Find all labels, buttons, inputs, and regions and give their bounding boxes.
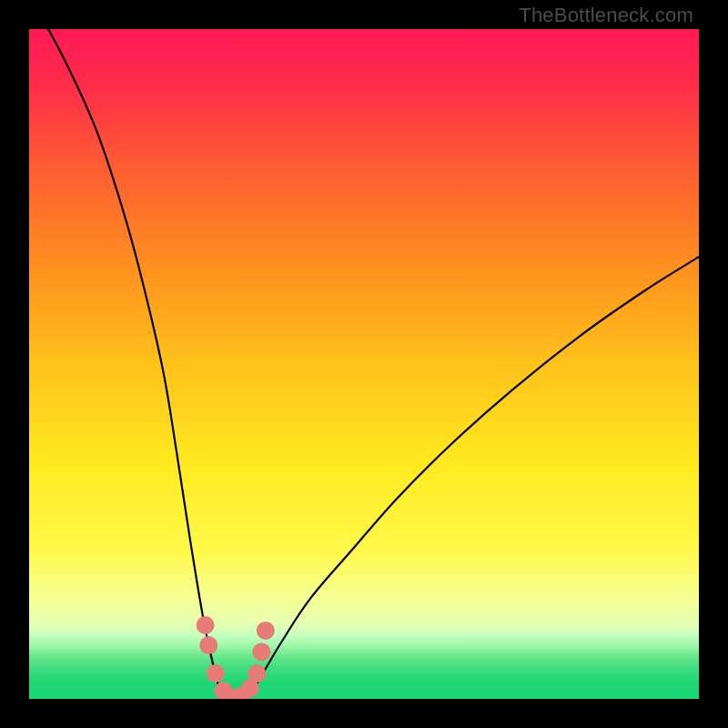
plot-area xyxy=(29,29,699,699)
marker-point xyxy=(199,636,217,654)
curve-layer xyxy=(29,29,699,699)
marker-point xyxy=(257,622,275,640)
marker-point xyxy=(248,664,266,682)
watermark-text: TheBottleneck.com xyxy=(519,4,693,27)
chart-frame: TheBottleneck.com xyxy=(0,0,728,728)
marker-point xyxy=(207,664,225,682)
bottleneck-curve xyxy=(29,29,699,699)
marker-point xyxy=(197,616,215,634)
marker-point xyxy=(252,642,270,661)
marker-group xyxy=(197,616,275,699)
